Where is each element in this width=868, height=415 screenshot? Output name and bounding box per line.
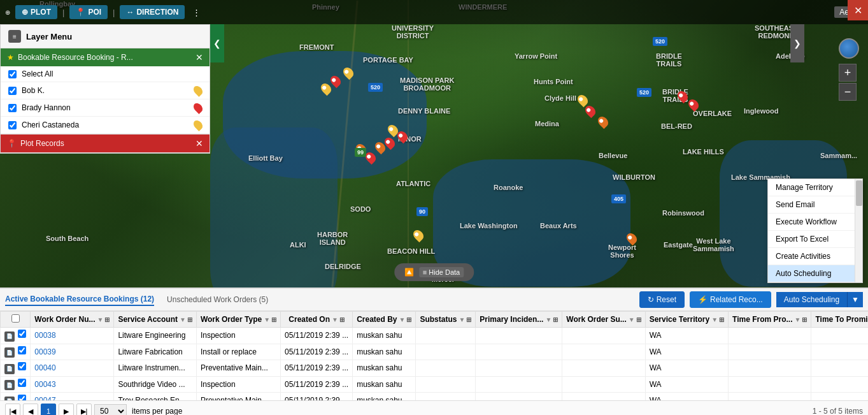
plot-btn[interactable]: ⊕ PLOT: [15, 5, 57, 19]
close-icon: ✕: [854, 4, 862, 17]
plot-close-icon[interactable]: ✕: [196, 138, 203, 149]
row-checkbox-1[interactable]: [18, 346, 26, 354]
row-checkbox-0[interactable]: [18, 330, 26, 338]
work-order-link-3[interactable]: 00043: [34, 380, 55, 389]
th-created-on[interactable]: Created On▼⊞: [281, 312, 353, 328]
page-size-select[interactable]: 50 25 100: [94, 404, 127, 415]
last-page-btn[interactable]: ▶|: [76, 404, 92, 415]
hide-data-button[interactable]: 🔼 ≡ Hide Data: [394, 263, 474, 281]
th-created-by[interactable]: Created By▼⊞: [353, 312, 416, 328]
work-order-link-2[interactable]: 00040: [34, 363, 55, 372]
select-all-label: Select All: [22, 69, 202, 78]
auto-scheduling-dropdown[interactable]: ▼: [847, 292, 863, 307]
booking-close-icon[interactable]: ✕: [196, 52, 203, 62]
sort-icon-wos: ▼: [629, 316, 635, 323]
row-time-from-1: [729, 344, 811, 360]
brady-hannon-item: Brady Hannon: [1, 99, 210, 117]
menu-create-activities[interactable]: Create Activities: [768, 248, 862, 265]
bottom-toolbar: Active Bookable Resource Bookings (12) U…: [0, 289, 868, 311]
work-order-link-1[interactable]: 00039: [34, 347, 55, 356]
layer-menu-icon: ≡: [8, 30, 21, 43]
bob-k-checkbox[interactable]: [8, 87, 17, 95]
poi-btn[interactable]: 📍 POI: [69, 5, 108, 19]
th-primary-incident[interactable]: Primary Inciden...▼⊞: [476, 312, 562, 328]
row-created-by-3: muskan sahu: [353, 376, 416, 393]
zoom-controls: + −: [839, 64, 857, 101]
plot-records-icon: 📍: [7, 139, 17, 148]
select-all-rows-checkbox[interactable]: [11, 314, 20, 323]
row-icon-doc: 📄: [4, 331, 15, 342]
next-page-btn[interactable]: ▶: [59, 404, 74, 415]
row-num-2: 00040: [31, 360, 114, 377]
th-work-order-type[interactable]: Work Order Type▼⊞: [196, 312, 280, 328]
th-substatus[interactable]: Substatus▼⊞: [416, 312, 476, 328]
row-created-on-1: 05/11/2019 2:39 ...: [281, 344, 353, 360]
hwy-520: 520: [368, 83, 383, 92]
filter-icon-createdon: ⊞: [339, 316, 345, 323]
tab-active-bookings[interactable]: Active Bookable Resource Bookings (12): [5, 293, 154, 306]
tab-unscheduled[interactable]: Unscheduled Work Orders (5): [167, 294, 268, 305]
context-menu-scrollbar: [855, 179, 862, 282]
pagination-total: 1 - 5 of 5 items: [813, 407, 863, 415]
cheri-checkbox[interactable]: [8, 121, 17, 129]
data-table: Work Order Nu...▼⊞ Service Account▼⊞ Wor…: [0, 311, 868, 400]
plot-records-label: Plot Records: [20, 139, 64, 148]
menu-export-excel[interactable]: Export To Excel: [768, 231, 862, 248]
sort-icon-createdby: ▼: [399, 316, 406, 323]
nav-right-arrow[interactable]: ❯: [790, 24, 804, 62]
row-num-4: 00047: [31, 393, 114, 401]
sort-icon-num: ▼: [97, 316, 103, 323]
row-type-4: Preventative Main...: [196, 393, 280, 401]
menu-send-email[interactable]: Send Email: [768, 196, 862, 214]
menu-auto-scheduling[interactable]: Auto Scheduling: [768, 265, 862, 282]
hwy-520-2: 520: [637, 88, 651, 97]
row-checkbox-4[interactable]: [18, 395, 26, 400]
auto-scheduling-btn[interactable]: Auto Scheduling: [776, 292, 847, 307]
menu-execute-workflow[interactable]: Execute Workflow: [768, 214, 862, 231]
row-account-4: Trey Research En...: [114, 393, 197, 401]
row-wo-summary-1: [562, 344, 645, 360]
th-service-territory[interactable]: Service Territory▼⊞: [645, 312, 728, 328]
zoom-in-btn[interactable]: +: [839, 64, 857, 82]
row-checkbox-2[interactable]: [18, 362, 26, 370]
map-close-button[interactable]: ✕: [848, 0, 868, 20]
sort-icon-createdon: ▼: [332, 316, 338, 323]
brady-hannon-checkbox[interactable]: [8, 104, 17, 112]
header-row: Work Order Nu...▼⊞ Service Account▼⊞ Wor…: [1, 312, 869, 328]
nav-left-arrow[interactable]: ❮: [210, 24, 224, 62]
first-page-btn[interactable]: |◀: [5, 404, 20, 415]
row-territory-4: WA: [645, 393, 728, 401]
filter-icon-st: ⊞: [719, 316, 724, 323]
filter-icon-acct: ⊞: [187, 316, 192, 323]
hide-data-label: ≡ Hide Data: [419, 267, 464, 277]
map-toolbar: ⊕ ⊕ PLOT | 📍 POI | ↔ DIRECTION ⋮ Ae...: [0, 0, 868, 24]
row-checkbox-3[interactable]: [18, 379, 26, 387]
row-wo-summary-2: [562, 360, 645, 377]
reset-btn[interactable]: ↻ Reset: [639, 291, 685, 308]
row-num-3: 00043: [31, 376, 114, 393]
row-territory-0: WA: [645, 328, 728, 344]
globe-icon[interactable]: [839, 38, 859, 59]
menu-manage-territory[interactable]: Manage Territory: [768, 179, 862, 196]
th-time-from[interactable]: Time From Pro...▼⊞: [729, 312, 811, 328]
work-order-link-4[interactable]: 00047: [34, 396, 55, 400]
th-time-to[interactable]: Time To Promis...▼⊞: [811, 312, 868, 328]
row-account-0: Litware Engineering: [114, 328, 197, 344]
row-created-on-4: 05/11/2019 2:39 ...: [281, 393, 353, 401]
row-created-by-4: muskan sahu: [353, 393, 416, 401]
row-primary-1: [476, 344, 562, 360]
context-menu: Manage Territory Send Email Execute Work…: [767, 178, 863, 283]
direction-btn[interactable]: ↔ DIRECTION: [120, 5, 185, 19]
cheri-pin: [192, 119, 204, 131]
th-service-account[interactable]: Service Account▼⊞: [114, 312, 197, 328]
th-wo-summary[interactable]: Work Order Su...▼⊞: [562, 312, 645, 328]
page-1-btn[interactable]: 1: [41, 404, 56, 415]
select-all-checkbox[interactable]: [8, 70, 17, 78]
work-order-link-0[interactable]: 00038: [34, 331, 55, 340]
row-primary-4: [476, 393, 562, 401]
zoom-out-btn[interactable]: −: [839, 83, 857, 101]
th-work-order-num[interactable]: Work Order Nu...▼⊞: [31, 312, 114, 328]
prev-page-btn[interactable]: ◀: [23, 404, 38, 415]
more-options-icon[interactable]: ⋮: [192, 8, 201, 17]
related-reco-btn[interactable]: ⚡ Related Reco...: [690, 291, 771, 308]
